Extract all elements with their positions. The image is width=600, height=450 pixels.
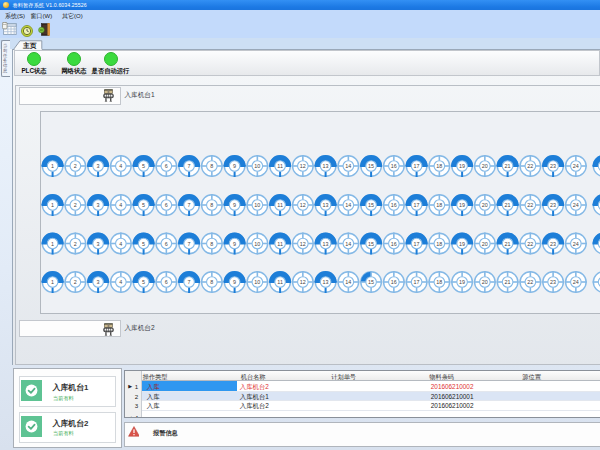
svg-text:23: 23 bbox=[550, 163, 556, 169]
svg-text:23: 23 bbox=[550, 241, 556, 247]
svg-text:14: 14 bbox=[345, 163, 351, 169]
svg-text:3: 3 bbox=[97, 279, 100, 285]
svg-text:24: 24 bbox=[573, 279, 579, 285]
svg-text:12: 12 bbox=[300, 163, 306, 169]
svg-text:7: 7 bbox=[188, 279, 191, 285]
svg-text:1: 1 bbox=[51, 163, 54, 169]
svg-text:9: 9 bbox=[233, 279, 236, 285]
svg-text:9: 9 bbox=[233, 163, 236, 169]
svg-text:2: 2 bbox=[74, 241, 77, 247]
svg-text:4: 4 bbox=[119, 163, 122, 169]
svg-text:13: 13 bbox=[323, 241, 329, 247]
svg-text:14: 14 bbox=[345, 241, 351, 247]
svg-text:22: 22 bbox=[527, 202, 533, 208]
svg-text:7: 7 bbox=[188, 241, 191, 247]
svg-text:1: 1 bbox=[51, 279, 54, 285]
svg-text:7: 7 bbox=[188, 202, 191, 208]
svg-text:15: 15 bbox=[368, 202, 374, 208]
svg-text:8: 8 bbox=[210, 163, 213, 169]
svg-text:1: 1 bbox=[51, 202, 54, 208]
svg-text:11: 11 bbox=[277, 202, 283, 208]
svg-text:24: 24 bbox=[573, 163, 579, 169]
svg-text:21: 21 bbox=[505, 279, 511, 285]
svg-text:17: 17 bbox=[414, 241, 420, 247]
svg-text:1: 1 bbox=[51, 241, 54, 247]
svg-text:24: 24 bbox=[573, 202, 579, 208]
svg-text:10: 10 bbox=[254, 163, 260, 169]
svg-text:11: 11 bbox=[277, 279, 283, 285]
svg-text:20: 20 bbox=[482, 279, 488, 285]
svg-text:21: 21 bbox=[505, 202, 511, 208]
svg-text:18: 18 bbox=[436, 202, 442, 208]
svg-text:8: 8 bbox=[210, 202, 213, 208]
svg-text:16: 16 bbox=[391, 241, 397, 247]
svg-text:2: 2 bbox=[74, 163, 77, 169]
svg-text:12: 12 bbox=[300, 279, 306, 285]
svg-text:21: 21 bbox=[505, 163, 511, 169]
svg-text:13: 13 bbox=[323, 163, 329, 169]
svg-text:8: 8 bbox=[210, 241, 213, 247]
svg-text:2: 2 bbox=[74, 279, 77, 285]
svg-text:16: 16 bbox=[391, 279, 397, 285]
svg-text:6: 6 bbox=[165, 163, 168, 169]
svg-text:14: 14 bbox=[345, 202, 351, 208]
svg-text:7: 7 bbox=[188, 163, 191, 169]
svg-text:6: 6 bbox=[165, 241, 168, 247]
svg-text:12: 12 bbox=[300, 241, 306, 247]
svg-text:11: 11 bbox=[277, 241, 283, 247]
svg-text:4: 4 bbox=[119, 202, 122, 208]
svg-text:17: 17 bbox=[414, 279, 420, 285]
svg-text:23: 23 bbox=[550, 279, 556, 285]
svg-text:17: 17 bbox=[414, 202, 420, 208]
svg-text:15: 15 bbox=[368, 279, 374, 285]
svg-text:9: 9 bbox=[233, 202, 236, 208]
svg-text:3: 3 bbox=[97, 202, 100, 208]
svg-text:15: 15 bbox=[368, 163, 374, 169]
svg-text:12: 12 bbox=[300, 202, 306, 208]
svg-text:10: 10 bbox=[254, 241, 260, 247]
svg-text:10: 10 bbox=[254, 279, 260, 285]
svg-text:10: 10 bbox=[254, 202, 260, 208]
svg-text:22: 22 bbox=[527, 279, 533, 285]
svg-text:20: 20 bbox=[482, 241, 488, 247]
svg-text:6: 6 bbox=[165, 202, 168, 208]
svg-text:20: 20 bbox=[482, 163, 488, 169]
svg-text:8: 8 bbox=[210, 279, 213, 285]
svg-text:13: 13 bbox=[323, 279, 329, 285]
svg-text:15: 15 bbox=[368, 241, 374, 247]
svg-text:19: 19 bbox=[459, 279, 465, 285]
svg-text:21: 21 bbox=[505, 241, 511, 247]
svg-text:5: 5 bbox=[142, 279, 145, 285]
svg-text:18: 18 bbox=[436, 163, 442, 169]
svg-text:11: 11 bbox=[277, 163, 283, 169]
svg-text:5: 5 bbox=[142, 202, 145, 208]
svg-text:22: 22 bbox=[527, 241, 533, 247]
svg-text:18: 18 bbox=[436, 279, 442, 285]
svg-text:17: 17 bbox=[414, 163, 420, 169]
svg-text:6: 6 bbox=[165, 279, 168, 285]
svg-text:5: 5 bbox=[142, 241, 145, 247]
svg-text:3: 3 bbox=[97, 163, 100, 169]
svg-text:18: 18 bbox=[436, 241, 442, 247]
svg-text:19: 19 bbox=[459, 163, 465, 169]
svg-text:23: 23 bbox=[550, 202, 556, 208]
svg-text:3: 3 bbox=[97, 241, 100, 247]
svg-text:16: 16 bbox=[391, 163, 397, 169]
svg-text:20: 20 bbox=[482, 202, 488, 208]
svg-text:19: 19 bbox=[459, 241, 465, 247]
svg-text:24: 24 bbox=[573, 241, 579, 247]
svg-text:19: 19 bbox=[459, 202, 465, 208]
svg-text:4: 4 bbox=[119, 241, 122, 247]
svg-text:22: 22 bbox=[527, 163, 533, 169]
svg-text:13: 13 bbox=[323, 202, 329, 208]
svg-text:14: 14 bbox=[345, 279, 351, 285]
svg-text:4: 4 bbox=[119, 279, 122, 285]
svg-text:2: 2 bbox=[74, 202, 77, 208]
svg-text:16: 16 bbox=[391, 202, 397, 208]
svg-text:5: 5 bbox=[142, 163, 145, 169]
svg-text:9: 9 bbox=[233, 241, 236, 247]
